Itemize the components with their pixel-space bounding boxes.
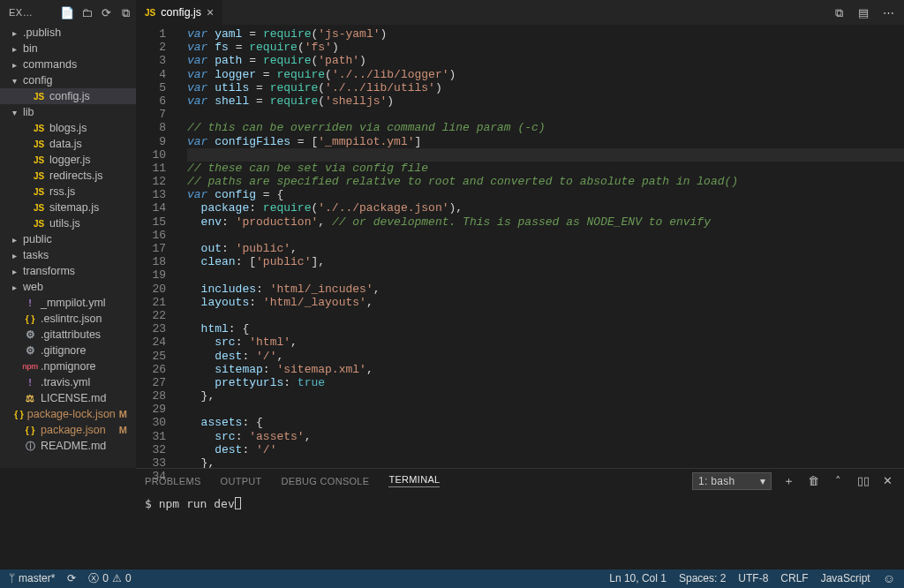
file--gitignore[interactable]: .gitignore (0, 343, 136, 358)
file-license-md[interactable]: LICENSE.md (0, 390, 136, 406)
gear-icon (23, 343, 37, 358)
code-line[interactable]: src: 'html', (187, 335, 904, 349)
split-terminal-icon[interactable]: ▯▯ (856, 474, 870, 488)
tree-item-label: logger.js (49, 154, 91, 166)
code-line[interactable]: includes: 'html/_incudes', (187, 283, 904, 296)
indentation[interactable]: Spaces: 2 (679, 572, 726, 584)
code-area[interactable]: 1234567891011121314151617181920212223242… (136, 25, 904, 468)
folder-web[interactable]: ▸web (0, 279, 136, 295)
file-redirects-js[interactable]: redirects.js (0, 168, 136, 184)
file-package-json[interactable]: package.jsonM (0, 422, 136, 438)
new-file-icon[interactable]: 📄 (60, 5, 74, 19)
code-line[interactable] (187, 309, 904, 322)
folder-public[interactable]: ▸public (0, 231, 136, 247)
eol[interactable]: CRLF (780, 572, 808, 584)
file--travis-yml[interactable]: .travis.yml (0, 374, 136, 390)
encoding[interactable]: UTF-8 (738, 572, 768, 584)
code-line[interactable] (187, 108, 904, 121)
code-line[interactable]: // this can be overriden via command lin… (187, 121, 904, 134)
file-rss-js[interactable]: rss.js (0, 184, 136, 200)
code-line[interactable] (187, 148, 904, 162)
file--mmpilot-yml[interactable]: _mmpilot.yml (0, 295, 136, 311)
new-terminal-icon[interactable]: ＋ (782, 474, 796, 488)
code-line[interactable]: var configFiles = ['_mmpilot.yml'] (187, 135, 904, 148)
close-icon[interactable]: × (207, 5, 214, 19)
folder-config[interactable]: ▾config (0, 72, 136, 88)
split-down-icon[interactable]: ▤ (856, 5, 870, 19)
problems-indicator[interactable]: ⓧ 0 ⚠ 0 (88, 571, 131, 586)
folder-transforms[interactable]: ▸transforms (0, 263, 136, 279)
code-line[interactable]: prettyurls: true (187, 376, 904, 389)
code-line[interactable]: clean: ['public'], (187, 255, 904, 268)
file--gitattributes[interactable]: .gitattributes (0, 327, 136, 343)
collapse-all-icon[interactable]: ⧉ (118, 5, 132, 19)
refresh-icon[interactable]: ⟳ (99, 5, 113, 19)
code-line[interactable]: }, (187, 456, 904, 468)
language-mode[interactable]: JavaScript (821, 572, 870, 584)
close-panel-icon[interactable]: ✕ (881, 474, 895, 488)
code-line[interactable]: var fs = require('fs') (187, 41, 904, 54)
code-line[interactable]: dest: '/' (187, 443, 904, 456)
tab-config-js[interactable]: config.js × (136, 0, 223, 25)
sync-icon[interactable]: ⟳ (67, 572, 76, 584)
folder-commands[interactable]: ▸commands (0, 57, 136, 72)
code-line[interactable]: env: 'production', // or development. Th… (187, 215, 904, 229)
code-line[interactable]: // paths are specified relative to root … (187, 175, 904, 188)
file-logger-js[interactable]: logger.js (0, 152, 136, 168)
tab-debug[interactable]: DEBUG CONSOLE (282, 476, 370, 486)
file-package-lock-json[interactable]: package-lock.jsonM (0, 406, 136, 422)
code-line[interactable]: dest: '/', (187, 350, 904, 363)
code-line[interactable]: out: 'public', (187, 242, 904, 255)
file-readme-md[interactable]: README.md (0, 438, 136, 454)
gear-icon (23, 328, 37, 342)
file-utils-js[interactable]: utils.js (0, 215, 136, 231)
file-data-js[interactable]: data.js (0, 136, 136, 152)
tab-bar: config.js × ⧉ ▤ ⋯ (136, 0, 904, 25)
file--eslintrc-json[interactable]: .eslintrc.json (0, 311, 136, 327)
code-line[interactable]: }, (187, 389, 904, 403)
file-sitemap-js[interactable]: sitemap.js (0, 200, 136, 215)
tab-output[interactable]: OUTPUT (221, 476, 262, 486)
new-folder-icon[interactable]: 🗀 (79, 5, 94, 19)
code-line[interactable]: layouts: 'html/_layouts', (187, 296, 904, 309)
file--npmignore[interactable]: .npmignore (0, 358, 136, 374)
branch-indicator[interactable]: ᛘ master* (9, 572, 55, 584)
folder-tasks[interactable]: ▸tasks (0, 247, 136, 263)
folder-bin[interactable]: ▸bin (0, 41, 136, 57)
code-line[interactable]: assets: { (187, 416, 904, 429)
code-line[interactable]: var yaml = require('js-yaml') (187, 27, 904, 41)
code-line[interactable]: var path = require('path') (187, 54, 904, 67)
line-number: 6 (136, 94, 166, 108)
maximize-panel-icon[interactable]: ˄ (832, 474, 846, 488)
folder-lib[interactable]: ▾lib (0, 104, 136, 120)
file-config-js[interactable]: config.js (0, 88, 136, 104)
file-tree[interactable]: ▸.publish▸bin▸commands▾configconfig.js▾l… (0, 25, 136, 468)
code-line[interactable] (187, 229, 904, 242)
js-icon (32, 89, 46, 103)
code-line[interactable]: src: 'assets', (187, 430, 904, 443)
feedback-icon[interactable]: ☺ (883, 571, 895, 585)
kill-terminal-icon[interactable]: 🗑 (807, 474, 821, 488)
code-line[interactable]: var logger = require('./../lib/logger') (187, 68, 904, 81)
folder--publish[interactable]: ▸.publish (0, 25, 136, 41)
code-line[interactable]: html: { (187, 322, 904, 335)
terminal-body[interactable]: $ npm run dev (136, 494, 904, 569)
code-line[interactable]: package: require('./../package.json'), (187, 201, 904, 215)
code-line[interactable]: var shell = require('shelljs') (187, 94, 904, 108)
cursor-position[interactable]: Ln 10, Col 1 (609, 572, 667, 584)
code-line[interactable] (187, 403, 904, 416)
split-side-icon[interactable]: ⧉ (832, 5, 846, 19)
code-line[interactable]: var config = { (187, 188, 904, 201)
code-line[interactable]: sitemap: 'sitemap.xml', (187, 363, 904, 376)
line-number: 33 (136, 456, 166, 470)
terminal-selector[interactable]: 1: bash ▾ (692, 472, 772, 490)
more-actions-icon[interactable]: ⋯ (881, 5, 895, 19)
code-line[interactable]: var utils = require('./../lib/utils') (187, 81, 904, 94)
code-line[interactable] (187, 268, 904, 282)
line-number: 17 (136, 242, 166, 255)
code-content[interactable]: var yaml = require('js-yaml')var fs = re… (178, 25, 904, 468)
line-number: 12 (136, 175, 166, 188)
code-line[interactable]: // these can be set via config file (187, 162, 904, 175)
tab-terminal[interactable]: TERMINAL (388, 474, 440, 487)
file-blogs-js[interactable]: blogs.js (0, 120, 136, 136)
